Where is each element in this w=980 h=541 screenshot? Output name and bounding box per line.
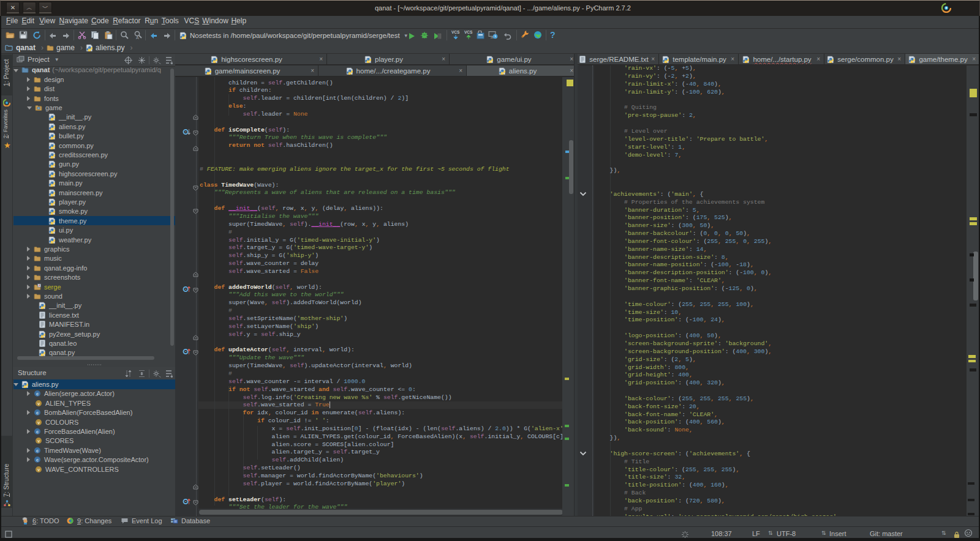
svg-text:VCS: VCS [451,30,460,34]
svg-text:c: c [36,429,39,435]
svg-text:c: c [36,410,39,416]
svg-text:c: c [36,457,39,463]
svg-text:VCS: VCS [464,30,473,34]
svg-text:A: A [136,35,139,40]
svg-text:c: c [36,391,39,397]
svg-text:c: c [36,447,39,453]
